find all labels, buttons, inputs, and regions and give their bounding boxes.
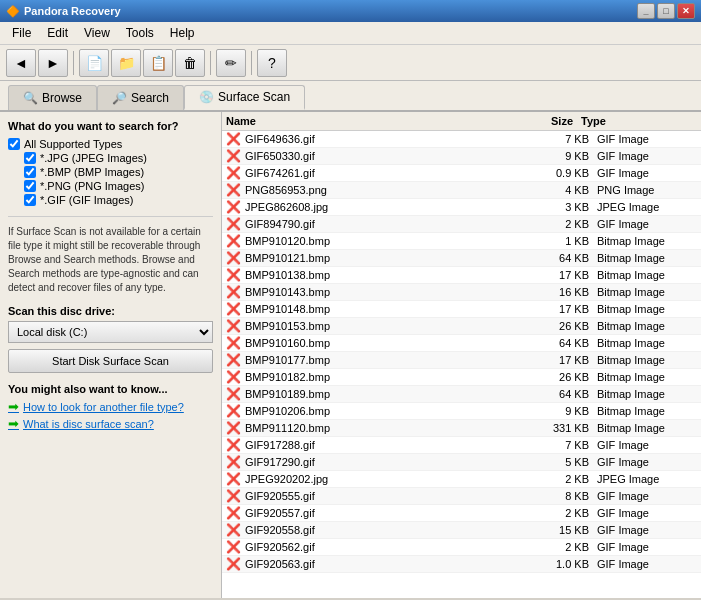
table-row[interactable]: ❌GIF674261.gif0.9 KBGIF Image [222, 165, 701, 182]
help-button[interactable]: ? [257, 49, 287, 77]
title-bar: 🔶 Pandora Recovery _ □ ✕ [0, 0, 701, 22]
broken-file-icon: ❌ [226, 557, 241, 571]
png-checkbox[interactable]: *.PNG (PNG Images) [24, 180, 213, 192]
table-row[interactable]: ❌BMP910121.bmp64 KBBitmap Image [222, 250, 701, 267]
table-row[interactable]: ❌BMP910160.bmp64 KBBitmap Image [222, 335, 701, 352]
file-size-cell: 2 KB [527, 473, 597, 485]
file-name-cell: ❌GIF920562.gif [226, 540, 527, 554]
maximize-button[interactable]: □ [657, 3, 675, 19]
jpg-checkbox[interactable]: *.JPG (JPEG Images) [24, 152, 213, 164]
menu-item-help[interactable]: Help [162, 24, 203, 42]
table-row[interactable]: ❌GIF650330.gif9 KBGIF Image [222, 148, 701, 165]
file-name-cell: ❌BMP910148.bmp [226, 302, 527, 316]
new-button[interactable]: 📄 [79, 49, 109, 77]
broken-file-icon: ❌ [226, 387, 241, 401]
table-row[interactable]: ❌GIF917288.gif7 KBGIF Image [222, 437, 701, 454]
file-name-cell: ❌GIF920555.gif [226, 489, 527, 503]
table-row[interactable]: ❌BMP910206.bmp9 KBBitmap Image [222, 403, 701, 420]
tab-browse[interactable]: 🔍 Browse [8, 85, 97, 110]
table-row[interactable]: ❌BMP910153.bmp26 KBBitmap Image [222, 318, 701, 335]
file-size-cell: 2 KB [527, 507, 597, 519]
file-type-cell: GIF Image [597, 558, 697, 570]
table-row[interactable]: ❌BMP910148.bmp17 KBBitmap Image [222, 301, 701, 318]
file-name-cell: ❌BMP910153.bmp [226, 319, 527, 333]
broken-file-icon: ❌ [226, 336, 241, 350]
table-row[interactable]: ❌GIF920563.gif1.0 KBGIF Image [222, 556, 701, 573]
table-row[interactable]: ❌GIF920557.gif2 KBGIF Image [222, 505, 701, 522]
broken-file-icon: ❌ [226, 370, 241, 384]
broken-file-icon: ❌ [226, 455, 241, 469]
start-scan-button[interactable]: Start Disk Surface Scan [8, 349, 213, 373]
link-file-type[interactable]: ➡ How to look for another file type? [8, 399, 213, 414]
file-size-cell: 15 KB [527, 524, 597, 536]
file-list: ❌GIF649636.gif7 KBGIF Image❌GIF650330.gi… [222, 131, 701, 598]
file-size-cell: 2 KB [527, 218, 597, 230]
minimize-button[interactable]: _ [637, 3, 655, 19]
bmp-checkbox[interactable]: *.BMP (BMP Images) [24, 166, 213, 178]
tab-bar: 🔍 Browse 🔎 Search 💿 Surface Scan [0, 81, 701, 112]
file-type-cell: GIF Image [597, 541, 697, 553]
table-row[interactable]: ❌JPEG862608.jpg3 KBJPEG Image [222, 199, 701, 216]
menu-item-tools[interactable]: Tools [118, 24, 162, 42]
file-type-cell: Bitmap Image [597, 405, 697, 417]
link-surface-scan[interactable]: ➡ What is disc surface scan? [8, 416, 213, 431]
gif-checkbox[interactable]: *.GIF (GIF Images) [24, 194, 213, 206]
delete-button[interactable]: 🗑 [175, 49, 205, 77]
table-row[interactable]: ❌GIF920558.gif15 KBGIF Image [222, 522, 701, 539]
file-type-cell: JPEG Image [597, 201, 697, 213]
file-type-cell: Bitmap Image [597, 269, 697, 281]
table-row[interactable]: ❌GIF894790.gif2 KBGIF Image [222, 216, 701, 233]
file-size-cell: 8 KB [527, 490, 597, 502]
table-row[interactable]: ❌GIF920562.gif2 KBGIF Image [222, 539, 701, 556]
table-row[interactable]: ❌PNG856953.png4 KBPNG Image [222, 182, 701, 199]
table-row[interactable]: ❌BMP910120.bmp1 KBBitmap Image [222, 233, 701, 250]
file-name-cell: ❌GIF649636.gif [226, 132, 527, 146]
open-button[interactable]: 📁 [111, 49, 141, 77]
table-row[interactable]: ❌BMP910182.bmp26 KBBitmap Image [222, 369, 701, 386]
file-name-cell: ❌BMP910182.bmp [226, 370, 527, 384]
table-row[interactable]: ❌GIF920555.gif8 KBGIF Image [222, 488, 701, 505]
menu-item-edit[interactable]: Edit [39, 24, 76, 42]
broken-file-icon: ❌ [226, 404, 241, 418]
close-button[interactable]: ✕ [677, 3, 695, 19]
file-type-cell: Bitmap Image [597, 235, 697, 247]
file-name-cell: ❌GIF917288.gif [226, 438, 527, 452]
table-row[interactable]: ❌GIF917290.gif5 KBGIF Image [222, 454, 701, 471]
link-arrow-2: ➡ [8, 416, 19, 431]
table-row[interactable]: ❌GIF649636.gif7 KBGIF Image [222, 131, 701, 148]
back-button[interactable]: ◄ [6, 49, 36, 77]
file-size-cell: 26 KB [527, 371, 597, 383]
menu-item-view[interactable]: View [76, 24, 118, 42]
file-size-cell: 17 KB [527, 354, 597, 366]
tab-search[interactable]: 🔎 Search [97, 85, 184, 110]
table-row[interactable]: ❌BMP910189.bmp64 KBBitmap Image [222, 386, 701, 403]
file-size-cell: 1.0 KB [527, 558, 597, 570]
file-type-cell: GIF Image [597, 167, 697, 179]
copy-button[interactable]: 📋 [143, 49, 173, 77]
file-size-cell: 16 KB [527, 286, 597, 298]
link-arrow-1: ➡ [8, 399, 19, 414]
broken-file-icon: ❌ [226, 285, 241, 299]
all-types-checkbox[interactable]: All Supported Types [8, 138, 213, 150]
browse-icon: 🔍 [23, 91, 38, 105]
file-size-cell: 7 KB [527, 439, 597, 451]
broken-file-icon: ❌ [226, 251, 241, 265]
table-row[interactable]: ❌BMP910143.bmp16 KBBitmap Image [222, 284, 701, 301]
table-row[interactable]: ❌BMP910177.bmp17 KBBitmap Image [222, 352, 701, 369]
broken-file-icon: ❌ [226, 268, 241, 282]
file-size-cell: 64 KB [527, 252, 597, 264]
broken-file-icon: ❌ [226, 472, 241, 486]
file-type-cell: Bitmap Image [597, 252, 697, 264]
forward-button[interactable]: ► [38, 49, 68, 77]
file-name-cell: ❌GIF920563.gif [226, 557, 527, 571]
table-row[interactable]: ❌BMP911120.bmp331 KBBitmap Image [222, 420, 701, 437]
edit-button[interactable]: ✏ [216, 49, 246, 77]
drive-select[interactable]: Local disk (C:) [8, 321, 213, 343]
file-name-cell: ❌JPEG920202.jpg [226, 472, 527, 486]
table-row[interactable]: ❌BMP910138.bmp17 KBBitmap Image [222, 267, 701, 284]
tab-surface-scan[interactable]: 💿 Surface Scan [184, 85, 305, 110]
file-size-cell: 4 KB [527, 184, 597, 196]
menu-item-file[interactable]: File [4, 24, 39, 42]
table-row[interactable]: ❌JPEG920202.jpg2 KBJPEG Image [222, 471, 701, 488]
broken-file-icon: ❌ [226, 319, 241, 333]
